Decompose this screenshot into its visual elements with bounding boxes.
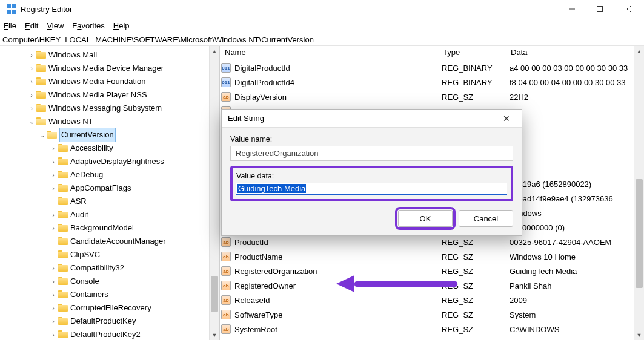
tree-item[interactable]: ›Windows Messaging Subsystem [0, 102, 219, 115]
string-value-icon: ab [221, 310, 231, 319]
expander-icon[interactable]: › [50, 142, 57, 155]
maximize-button[interactable] [586, 0, 614, 18]
expander-icon[interactable]: › [50, 155, 57, 168]
value-type: REG_SZ [442, 296, 510, 305]
value-data: d86ad14f9e9ae4 (132973636 [510, 194, 644, 203]
value-row[interactable]: abDisplayVersionREG_SZ22H2 [220, 90, 644, 104]
value-row[interactable]: abSystemRootREG_SZC:\WINDOWS [220, 322, 644, 336]
tree-item[interactable]: ›Windows Media Device Manager [0, 62, 219, 75]
tree-item[interactable]: ⌄Windows NT [0, 115, 219, 128]
tree-item[interactable]: ›Windows Media Player NSS [0, 88, 219, 102]
tree-item[interactable]: ›CorruptedFileRecovery [0, 301, 219, 315]
expander-icon[interactable]: › [50, 261, 57, 275]
ok-button[interactable]: OK [398, 210, 453, 227]
col-name[interactable]: Name [220, 46, 438, 60]
menu-view[interactable]: View [47, 21, 64, 30]
value-data: Windows [510, 209, 644, 218]
tree-item-label: AppCompatFlags [70, 181, 131, 195]
expander-icon[interactable]: › [28, 88, 35, 102]
tree-item[interactable]: ⌄CurrentVersion [0, 128, 219, 142]
string-value-icon: ab [221, 281, 231, 290]
tree-item[interactable]: ›DefaultProductKey [0, 315, 219, 328]
app-title: Registry Editor [21, 5, 72, 14]
tree-item[interactable]: ›AdaptiveDisplayBrightness [0, 155, 219, 168]
folder-icon [58, 171, 68, 179]
expander-icon[interactable]: › [50, 181, 57, 195]
tree-item[interactable]: ›Console [0, 275, 219, 288]
menu-favorites[interactable]: Favorites [72, 21, 104, 30]
tree-item-label: Accessibility [70, 142, 113, 155]
tree-item[interactable]: ASR [0, 195, 219, 208]
tree-item[interactable]: ›BackgroundModel [0, 221, 219, 235]
titlebar: Registry Editor [0, 0, 644, 18]
expander-icon[interactable]: › [50, 208, 57, 221]
close-button[interactable] [614, 0, 642, 18]
scroll-up-icon[interactable]: ▲ [210, 46, 219, 56]
folder-icon [36, 64, 46, 73]
value-name: SoftwareType [234, 310, 442, 319]
value-data: C:\WINDOWS [510, 325, 644, 334]
menu-edit[interactable]: Edit [25, 21, 38, 30]
scroll-down-icon[interactable]: ▼ [634, 330, 644, 340]
cancel-button[interactable]: Cancel [459, 210, 513, 227]
tree-item[interactable]: CandidateAccountManager [0, 235, 219, 248]
tree-item[interactable]: ›AeDebug [0, 168, 219, 181]
scroll-thumb[interactable] [211, 276, 218, 312]
tree-item[interactable]: ›Containers [0, 288, 219, 301]
dialog-title: Edit String [228, 114, 497, 123]
expander-icon[interactable]: › [50, 315, 57, 328]
value-row[interactable]: 011DigitalProductId4REG_BINARYf8 04 00 0… [220, 75, 644, 90]
expander-icon[interactable]: › [50, 275, 57, 288]
tree-item[interactable]: ›AppCompatFlags [0, 181, 219, 195]
tree-item[interactable]: ›Accessibility [0, 142, 219, 155]
folder-icon [58, 290, 68, 299]
expander-icon[interactable]: › [28, 102, 35, 115]
tree-item[interactable]: ›DefaultProductKey2 [0, 328, 219, 340]
expander-icon[interactable]: ⌄ [28, 115, 35, 128]
value-type: REG_SZ [442, 252, 510, 261]
tree-item-label: Compatibility32 [70, 261, 124, 275]
tree-item-label: CandidateAccountManager [70, 235, 166, 248]
col-data[interactable]: Data [506, 46, 644, 60]
scroll-down-icon[interactable]: ▼ [210, 330, 219, 340]
expander-icon[interactable]: › [28, 62, 35, 75]
address-bar[interactable]: Computer\HKEY_LOCAL_MACHINE\SOFTWARE\Mic… [0, 33, 644, 46]
close-icon[interactable]: ✕ [497, 114, 516, 123]
values-scrollbar[interactable]: ▲ ▼ [634, 46, 644, 340]
folder-icon [58, 211, 68, 219]
value-row[interactable]: abReleaseIdREG_SZ2009 [220, 293, 644, 307]
value-row[interactable]: abProductNameREG_SZWindows 10 Home [220, 249, 644, 264]
menu-help[interactable]: Help [113, 21, 130, 30]
tree-item-label: CurrentVersion [59, 128, 116, 142]
minimize-button[interactable] [558, 0, 586, 18]
value-name-field[interactable]: RegisteredOrganization [230, 146, 513, 161]
value-type: REG_SZ [442, 93, 510, 102]
tree-item[interactable]: ›Windows Media Foundation [0, 75, 219, 88]
tree-item[interactable]: ›Windows Mail [0, 48, 219, 62]
scroll-thumb[interactable] [636, 179, 643, 288]
string-value-icon: ab [221, 92, 231, 102]
tree-scrollbar[interactable]: ▲ ▼ [209, 46, 219, 340]
value-row[interactable]: abSoftwareTypeREG_SZSystem [220, 307, 644, 322]
dialog-titlebar[interactable]: Edit String ✕ [222, 110, 522, 128]
tree-item[interactable]: ClipSVC [0, 248, 219, 261]
expander-icon[interactable]: ⌄ [39, 128, 46, 142]
tree-item[interactable]: ›Compatibility32 [0, 261, 219, 275]
scroll-up-icon[interactable]: ▲ [634, 46, 644, 56]
expander-icon[interactable]: › [28, 48, 35, 62]
expander-icon[interactable]: › [50, 301, 57, 315]
value-data-input[interactable]: GuidingTech Media [236, 183, 507, 195]
value-row[interactable]: abProductIdREG_SZ00325-96017-42904-AAOEM [220, 235, 644, 249]
col-type[interactable]: Type [438, 46, 506, 60]
svg-rect-2 [7, 10, 11, 14]
expander-icon[interactable]: › [50, 288, 57, 301]
value-data: Pankil Shah [510, 281, 644, 290]
expander-icon[interactable]: › [50, 328, 57, 340]
expander-icon[interactable]: › [28, 75, 35, 88]
menu-file[interactable]: File [4, 21, 16, 30]
tree-item[interactable]: ›Audit [0, 208, 219, 221]
tree-item-label: ClipSVC [70, 248, 100, 261]
expander-icon[interactable]: › [50, 168, 57, 181]
expander-icon[interactable]: › [50, 221, 57, 235]
value-row[interactable]: 011DigitalProductIdREG_BINARYa4 00 00 00… [220, 60, 644, 75]
